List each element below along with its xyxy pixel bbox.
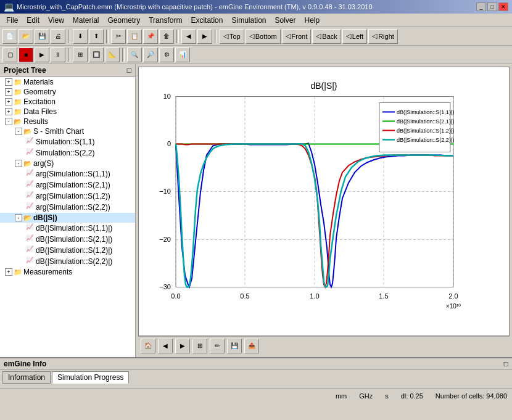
zoom-in-button[interactable]: 🔍 [127,47,142,62]
sep4 [215,30,217,43]
cut-button[interactable]: ✂ [111,29,126,44]
x-unit: ×10¹⁰ [446,303,461,310]
bottom-tabs: Information Simulation Progress [0,370,512,385]
import-button[interactable]: ⬇ [73,29,88,44]
grid-button[interactable]: ⊞ [73,47,88,62]
tree-item-measurements[interactable]: + 📁 Measurements [0,267,135,277]
bottom-panel-header: emGine Info □ [0,358,512,370]
run-button[interactable]: ▶ [35,47,49,62]
measure-button[interactable]: 📐 [105,47,120,62]
tab-information[interactable]: Information [2,371,51,384]
close-button[interactable]: ✕ [498,2,508,11]
zoom-out-button[interactable]: 🔎 [143,47,158,62]
item-icon-arg-s12: 📈 [25,191,35,201]
chart-save-button[interactable]: 💾 [227,339,242,353]
project-tree-panel: Project Tree □ + 📁 Materials + 📁 Geometr… [0,64,136,357]
tree-item-s22[interactable]: 📈 Simulation::S(2,2) [0,147,135,159]
minimize-button[interactable]: _ [476,2,486,11]
redo-button[interactable]: ▶ [197,29,212,44]
maximize-button[interactable]: □ [487,2,497,11]
settings-button[interactable]: ⚙ [159,47,174,62]
tree-item-db-s12[interactable]: 📈 dB(|Simulation::S(1,2)|) [0,245,135,256]
tree-label-arg-s11: arg(Simulation::S(1,1)) [36,170,110,178]
view-back-button[interactable]: ◁ Back [312,29,341,44]
expand-results-icon: - [5,118,12,125]
save-button[interactable]: 💾 [35,29,49,44]
tree-item-s11[interactable]: 📈 Simulation::S(1,1) [0,136,135,147]
tree-item-arg-s22[interactable]: 📈 arg(Simulation::S(2,2)) [0,202,135,213]
tree-label-s22: Simulation::S(2,2) [36,149,94,157]
menu-material[interactable]: Material [69,15,103,26]
delete-button[interactable]: 🗑 [159,29,174,44]
tree-item-geometry[interactable]: + 📁 Geometry [0,87,135,97]
stop-button[interactable]: ■ [19,47,33,62]
open-button[interactable]: 📂 [19,29,33,44]
view-bottom-button[interactable]: ◁ Bottom [246,29,281,44]
menu-view[interactable]: View [44,15,68,26]
x-label-15: 1.5 [379,292,388,300]
menu-solver[interactable]: Solver [271,15,300,26]
tree-item-db-s22[interactable]: 📈 dB(|Simulation::S(2,2)|) [0,256,135,267]
chart-forward-button[interactable]: ▶ [175,339,190,353]
view-left-button[interactable]: ◁ Left [342,29,367,44]
new-button[interactable]: 📄 [2,29,17,44]
copy-button[interactable]: 📋 [127,29,142,44]
bottom-panel-icon[interactable]: □ [504,360,508,368]
view-right-button[interactable]: ◁ Right [368,29,398,44]
undo-button[interactable]: ◀ [181,29,196,44]
menu-excitation[interactable]: Excitation [187,15,226,26]
tree-item-smith-chart[interactable]: - 📂 S - Smith Chart [0,126,135,136]
sep5 [68,48,70,62]
item-icon-arg-s11: 📈 [25,169,35,179]
chart-zoom-button[interactable]: ⊞ [192,339,207,353]
chart-button[interactable]: 📊 [175,47,190,62]
tree-item-arg-s11[interactable]: 📈 arg(Simulation::S(1,1)) [0,168,135,179]
tree-item-arg-s21[interactable]: 📈 arg(Simulation::S(2,1)) [0,179,135,191]
expand-args-icon: - [15,160,22,167]
chart-home-button[interactable]: 🏠 [141,339,155,353]
tree-item-excitation[interactable]: + 📁 Excitation [0,97,135,107]
menu-simulation[interactable]: Simulation [228,15,270,26]
chart-back-button[interactable]: ◀ [158,339,173,353]
tree-label-db: dB(|S|) [33,213,57,222]
bottom-panel-title: emGine Info [4,360,46,368]
chart-title: dB(|S|) [310,81,337,91]
chart-edit-button[interactable]: ✏ [210,339,225,353]
tree-item-db-s21[interactable]: 📈 dB(|Simulation::S(2,1)|) [0,234,135,245]
chart-export-button[interactable]: 📤 [244,339,259,353]
snap-button[interactable]: 🔲 [89,47,104,62]
collapse-icon[interactable]: □ [127,66,131,75]
tree-item-arg-s12[interactable]: 📈 arg(Simulation::S(1,2)) [0,191,135,202]
menu-help[interactable]: Help [301,15,324,26]
paste-button[interactable]: 📌 [143,29,158,44]
menu-geometry[interactable]: Geometry [104,15,144,26]
export-button[interactable]: ⬆ [89,29,104,44]
menu-edit[interactable]: Edit [23,15,43,26]
print-button[interactable]: 🖨 [51,29,65,44]
sep1 [68,30,70,43]
titlebar: 💻 Microstrip_with_CapPatch.emm (Microstr… [0,0,512,14]
legend-s11: dB(|Simulation::S(1,1)|) [397,109,454,115]
view-top-button[interactable]: ◁ Top [220,29,244,44]
tab-simulation-progress[interactable]: Simulation Progress [52,371,129,384]
tree-item-db-s11[interactable]: 📈 dB(|Simulation::S(1,1)|) [0,223,135,234]
view-front-button[interactable]: ◁ Front [282,29,312,44]
tree-item-results[interactable]: - 📂 Results [0,117,135,126]
tree-item-datafiles[interactable]: + 📁 Data Files [0,107,135,117]
project-tree-header: Project Tree □ [0,64,135,77]
pause-button[interactable]: ⏸ [51,47,65,62]
y-label-10: 10 [163,93,171,100]
menu-transform[interactable]: Transform [145,15,186,26]
tree-label-arg-s12: arg(Simulation::S(1,2)) [36,192,110,200]
tree-label-db-s11: dB(|Simulation::S(1,1)|) [36,224,112,233]
chart-toolbar: 🏠 ◀ ▶ ⊞ ✏ 💾 📤 [138,336,510,355]
select-button[interactable]: ▢ [2,47,17,62]
tree-item-args[interactable]: - 📂 arg(S) [0,159,135,168]
bottom-panel: emGine Info □ Information Simulation Pro… [0,357,512,388]
tree-item-materials[interactable]: + 📁 Materials [0,77,135,87]
tree-item-db-s[interactable]: - 📂 dB(|S|) [0,213,135,223]
content-area: dB(|S|) 10 0 −10 −20 −30 [136,64,512,357]
tree-label-db-s21: dB(|Simulation::S(2,1)|) [36,235,112,244]
menu-file[interactable]: File [2,15,22,26]
item-icon-arg-s22: 📈 [25,202,35,212]
